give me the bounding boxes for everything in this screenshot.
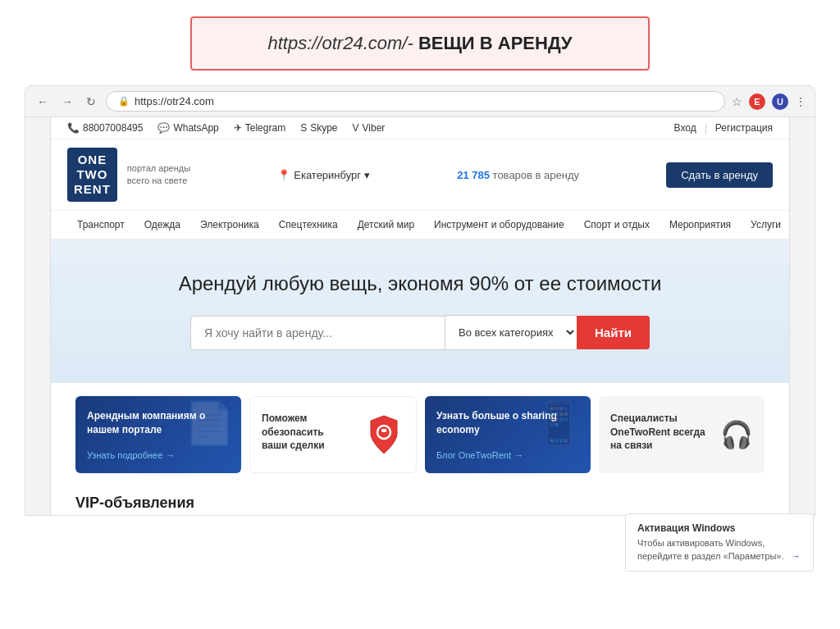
browser-toolbar: ← → ↻ 🔒 https://otr24.com ☆ E U ⋮: [25, 86, 815, 117]
reload-button[interactable]: ↻: [83, 93, 99, 110]
search-input[interactable]: [190, 316, 445, 350]
viber-item[interactable]: V Viber: [353, 122, 386, 134]
lock-icon: 🔒: [118, 96, 130, 107]
logo[interactable]: ONETWORENT: [67, 148, 117, 202]
login-link[interactable]: Вход: [674, 122, 696, 134]
telegram-icon: ✈: [234, 122, 242, 134]
hero-title: Арендуй любую вещь, экономя 90% от ее ст…: [67, 272, 773, 295]
shield-icon: [363, 410, 404, 459]
location-pin-icon: 📍: [277, 169, 290, 181]
url-text: https://otr24.com: [135, 95, 214, 107]
promo-card-blog[interactable]: 📱 Узнать больше о sharing economy Блог O…: [425, 396, 591, 473]
extension-icon[interactable]: E: [749, 93, 765, 110]
more-icon[interactable]: ⋮: [795, 95, 806, 108]
top-banner: https://otr24.com/- ВЕЩИ В АРЕНДУ: [0, 0, 840, 85]
svg-rect-1: [381, 429, 386, 432]
windows-activation-overlay: Активация Windows Чтобы активировать Win…: [625, 513, 814, 572]
profile-icon[interactable]: U: [772, 93, 788, 110]
telegram-item[interactable]: ✈ Telegram: [234, 122, 285, 134]
register-link[interactable]: Регистрация: [715, 122, 773, 134]
windows-activation-body: Чтобы активировать Windows, перейдите в …: [637, 537, 801, 563]
skype-icon: S: [300, 122, 307, 134]
nav-electronics[interactable]: Электроника: [190, 211, 269, 239]
logo-text: ONETWORENT: [74, 153, 111, 197]
nav-sport[interactable]: Спорт и отдых: [574, 211, 660, 239]
back-button[interactable]: ←: [34, 93, 52, 110]
bookmark-icon[interactable]: ☆: [732, 95, 742, 108]
viber-icon: V: [353, 122, 359, 134]
promo-card-support-title: Специалисты OneTwoRent всегда на связи: [610, 412, 712, 453]
website-content: 📞 88007008495 💬 WhatsApp ✈ Telegram S Sk…: [50, 117, 790, 515]
logo-area: ONETWORENT портал аренды всего на свете: [67, 148, 190, 202]
search-row: Во всех категориях Найти: [190, 315, 650, 350]
nav-special-tech[interactable]: Спецтехника: [269, 211, 348, 239]
portal-text1: портал аренды: [127, 162, 190, 175]
viber-label: Viber: [363, 122, 386, 134]
phone-number: 88007008495: [83, 122, 143, 134]
windows-activation-title: Активация Windows: [637, 522, 801, 534]
phone-item[interactable]: 📞 88007008495: [67, 122, 143, 134]
location-button[interactable]: 📍 Екатеринбург ▾: [277, 169, 370, 181]
skype-label: Skype: [310, 122, 337, 134]
nav-menu: Транспорт Одежда Электроника Спецтехника…: [51, 211, 789, 239]
nav-clothes[interactable]: Одежда: [135, 211, 190, 239]
browser-actions: ☆ E U ⋮: [732, 93, 806, 110]
nav-tools[interactable]: Инструмент и оборудование: [424, 211, 574, 239]
phone-icon: 📞: [67, 122, 80, 134]
nav-transport[interactable]: Транспорт: [67, 211, 135, 239]
whatsapp-item[interactable]: 💬 WhatsApp: [158, 122, 218, 134]
arrow-right-icon: →: [166, 450, 175, 460]
divider: |: [705, 122, 707, 134]
promo-card-blog-link[interactable]: Блог OneTwoRent →: [436, 450, 579, 460]
contact-left: 📞 88007008495 💬 WhatsApp ✈ Telegram S Sk…: [67, 122, 385, 134]
vip-title: VIP-объявления: [75, 495, 194, 511]
contact-bar: 📞 88007008495 💬 WhatsApp ✈ Telegram S Sk…: [51, 117, 789, 139]
promo-card-safety-title: Поможем обезопасить ваши сделки: [262, 412, 352, 453]
promo-card-support[interactable]: Специалисты OneTwoRent всегда на связи 🎧: [599, 396, 765, 473]
promo-card-rental-link[interactable]: Узнать подробнее →: [87, 450, 230, 460]
banner-title: ВЕЩИ В АРЕНДУ: [418, 33, 573, 53]
chevron-down-icon: ▾: [364, 169, 370, 181]
nav-events[interactable]: Мероприятия: [660, 211, 741, 239]
site-header: ONETWORENT портал аренды всего на свете …: [51, 139, 789, 211]
whatsapp-icon: 💬: [158, 122, 170, 134]
nav-kids-world[interactable]: Детский мир: [348, 211, 424, 239]
category-select[interactable]: Во всех категориях: [445, 315, 577, 350]
portal-tagline: портал аренды всего на свете: [127, 162, 190, 188]
banner-url: https://otr24.com/-: [267, 33, 413, 53]
promo-card-safety[interactable]: Поможем обезопасить ваши сделки: [249, 396, 417, 473]
contact-right: Вход | Регистрация: [674, 122, 773, 134]
headset-icon: 🎧: [720, 419, 753, 450]
arrow-right-icon: →: [514, 450, 523, 460]
rent-button[interactable]: Сдать в аренду: [666, 162, 773, 188]
skype-item[interactable]: S Skype: [300, 122, 337, 134]
forward-button[interactable]: →: [58, 93, 76, 110]
promo-cards-row: 📄 Арендным компаниям о нашем портале Узн…: [51, 383, 789, 486]
promo-card-rental[interactable]: 📄 Арендным компаниям о нашем портале Узн…: [75, 396, 241, 473]
nav-services[interactable]: Услуги: [741, 211, 790, 239]
location-name: Екатеринбург: [294, 169, 361, 181]
telegram-label: Telegram: [245, 122, 285, 134]
whatsapp-label: WhatsApp: [173, 122, 218, 134]
banner-box: https://otr24.com/- ВЕЩИ В АРЕНДУ: [190, 16, 650, 71]
arrow-right-icon: →: [792, 550, 801, 563]
browser-window: ← → ↻ 🔒 https://otr24.com ☆ E U ⋮ 📞 8800…: [25, 85, 815, 516]
goods-count: 21 785 товаров в аренду: [457, 169, 579, 181]
vip-section-title: VIP-объявления: [51, 486, 789, 515]
search-button[interactable]: Найти: [577, 316, 650, 349]
portal-text2: всего на свете: [127, 175, 190, 187]
address-bar[interactable]: 🔒 https://otr24.com: [106, 91, 725, 112]
hero-section: Арендуй любую вещь, экономя 90% от ее ст…: [51, 239, 789, 383]
